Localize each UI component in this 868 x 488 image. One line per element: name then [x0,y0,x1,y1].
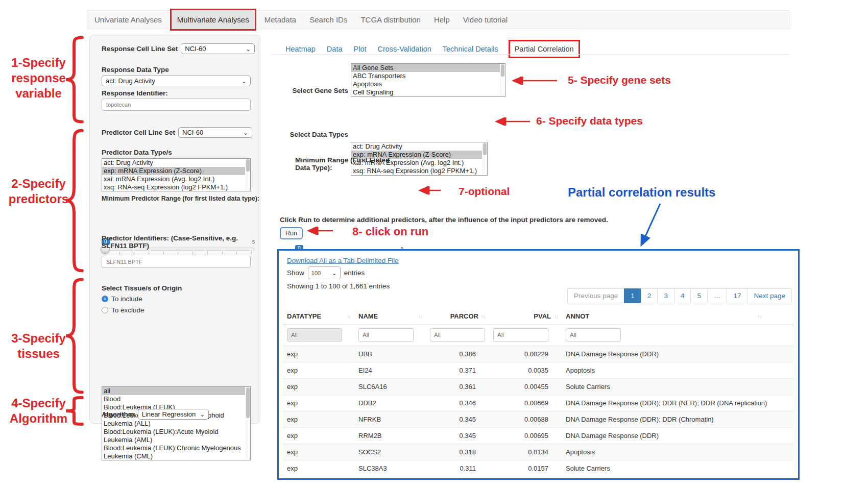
column-header-pval[interactable]: PVAL↑↓ [489,308,562,325]
algorithm-value: Linear Regression [142,410,196,418]
option-tissue-blood[interactable]: Blood [102,395,245,403]
nav-univariate-analyses[interactable]: Univariate Analyses [88,15,168,24]
results-title: Partial correlation results [568,185,715,200]
gene-sets-listbox: All Gene Sets ABC Transporters Apoptosis… [351,63,505,97]
next-page-button[interactable]: Next page [747,288,792,303]
option-act-drug-activity[interactable]: act: Drug Activity [351,142,482,151]
brace-step2 [64,128,84,274]
previous-page-button[interactable]: Previous page [567,288,624,303]
brace-step3 [64,277,84,395]
sort-icon[interactable]: ↑↓ [757,313,761,320]
tissue-include-radio[interactable]: To include [102,295,142,303]
input-sidebar: Response Cell Line Set NCI-60 ⌄ Response… [89,35,260,424]
table-row[interactable]: expDDB20.3460.00669DNA Damage Response (… [283,395,793,411]
tab-cross-validation[interactable]: Cross-Validation [372,45,437,53]
column-header-parcor[interactable]: PARCOR↑↓ [426,308,489,325]
response-data-type-value: act: Drug Activity [106,77,155,85]
option-tissue-cml[interactable]: Blood:Leukemia (LEUK):Chronic Myelogenou… [102,444,245,460]
algorithm-select[interactable]: Linear Regression ⌄ [138,409,209,420]
data-types-label: Select Data Types [280,131,348,138]
page-1-button[interactable]: 1 [624,288,641,303]
scrollbar[interactable] [483,142,487,175]
gene-sets-label: Select Gene Sets [280,87,348,94]
scrollbar[interactable] [246,159,250,191]
annotation-step6: 6- Specify data types [536,114,643,128]
table-row[interactable]: expSOCS20.3180.0134Apoptosis [283,444,793,460]
filter-parcor-input[interactable] [430,328,485,341]
show-entries-select[interactable]: 100 ⌄ [308,266,341,279]
option-tissue-all[interactable]: all [102,387,245,395]
nav-active-highlight: Multivariate Analyses [170,9,256,31]
nav-search-ids[interactable]: Search IDs [303,15,354,24]
scrollbar[interactable] [246,387,250,460]
response-cell-line-set-select[interactable]: NCI-60 ⌄ [181,43,255,54]
option-act-drug-activity[interactable]: act: Drug Activity [102,159,245,167]
table-row[interactable]: expRRM2B0.3450.00695DNA Damage Response … [283,428,793,444]
option-exp-mrna-zscore[interactable]: exp: mRNA Expression (Z-Score) [102,167,245,175]
option-apoptosis[interactable]: Apoptosis [351,80,500,88]
option-xai-mrna[interactable]: xai: mRNA Expression (Avg. log2 Int.) [102,175,245,183]
tissue-exclude-radio[interactable]: To exclude [102,306,144,314]
table-row[interactable]: expEI240.3710.0035Apoptosis [283,362,793,379]
tab-technical-details[interactable]: Technical Details [437,45,504,53]
download-tab-delimited-link[interactable]: Download All as a Tab-Delimited File [287,257,399,264]
table-row[interactable]: expUBB0.3860.00229DNA Damage Response (D… [283,346,793,362]
table-row[interactable]: expNFRKB0.3450.00688DNA Damage Response … [283,411,793,428]
tab-plot[interactable]: Plot [348,45,372,53]
nav-metadata[interactable]: Metadata [258,15,303,24]
response-data-type-select[interactable]: act: Drug Activity ⌄ [102,76,251,86]
scrollbar[interactable] [500,64,505,96]
annotation-step4: 4-Specify Algorithm [4,396,73,426]
response-identifier-label: Response Identifier: [102,89,168,97]
table-row[interactable]: expSLC6A160.3610.00455Solute Carriers [283,379,793,395]
page-5-button[interactable]: 5 [690,288,708,303]
page-2-button[interactable]: 2 [641,288,658,303]
tab-data[interactable]: Data [321,45,348,53]
sort-icon[interactable]: ↑↓ [481,313,485,320]
response-data-type-label: Response Data Type [102,66,169,74]
nav-video-tutorial[interactable]: Video tutorial [456,15,514,24]
show-entries-value: 100 [311,270,321,276]
column-header-annot[interactable]: ANNOT↑↓ [562,308,793,325]
response-cell-line-set-label: Response Cell Line Set [102,45,178,53]
sort-icon[interactable]: ↑↓ [418,313,422,320]
filter-datatype-input[interactable] [287,328,342,341]
response-identifier-input[interactable] [102,99,251,111]
option-all-gene-sets[interactable]: All Gene Sets [351,64,500,72]
option-cell-signaling[interactable]: Cell Signaling [351,88,500,96]
page-17-button[interactable]: 17 [727,288,748,303]
chevron-down-icon: ⌄ [332,271,337,275]
arrow-run [303,227,335,235]
tab-heatmap[interactable]: Heatmap [280,45,321,53]
annotation-step7: 7-optional [459,185,510,198]
annotation-step5: 5- Specify gene sets [568,74,671,87]
column-header-name[interactable]: NAME↑↓ [354,308,426,325]
run-button[interactable]: Run [280,227,303,239]
sort-icon[interactable]: ↑↓ [554,313,558,320]
partial-correlation-results-panel: Download All as a Tab-Delimited File Sho… [277,249,800,480]
sort-icon[interactable]: ↑↓ [347,313,350,320]
brace-step1 [64,36,84,124]
table-row[interactable]: expSLC38A30.3110.0157Solute Carriers [283,460,793,477]
filter-name-input[interactable] [358,328,414,341]
predictor-cell-line-set-select[interactable]: NCI-60 ⌄ [178,127,252,138]
showing-entries-text: Showing 1 to 100 of 1,661 entries [287,282,390,290]
predictor-cell-line-set-label: Predictor Cell Line Set [102,129,175,136]
predictor-identifiers-input[interactable] [102,256,251,268]
nav-help[interactable]: Help [427,15,456,24]
tab-partial-correlation[interactable]: Partial Correlation [515,45,574,53]
annotation-step8: 8- click on run [352,225,428,239]
page-3-button[interactable]: 3 [657,288,674,303]
page-4-button[interactable]: 4 [674,288,691,303]
option-tissue-aml[interactable]: Blood:Leukemia (LEUK):Acute Myeloid Leuk… [102,428,245,444]
filter-pval-input[interactable] [493,328,548,341]
arrow-optional [415,186,443,194]
tissue-listbox: all Blood Blood:Leukemia (LEUK) Blood:Le… [102,386,251,460]
nav-tcga-distribution[interactable]: TCGA distribution [354,15,427,24]
nav-multivariate-analyses[interactable]: Multivariate Analyses [177,15,249,24]
option-abc-transporters[interactable]: ABC Transporters [351,72,500,80]
column-header-datatype[interactable]: DATATYPE↑↓ [283,308,354,325]
predictor-identifiers-label: Predictor Identifiers: (Case-Sensitive, … [102,234,255,250]
filter-annot-input[interactable] [566,328,621,341]
option-xsq-rnaseq[interactable]: xsq: RNA-seq Expression (log2 FPKM+1.) [102,183,245,191]
